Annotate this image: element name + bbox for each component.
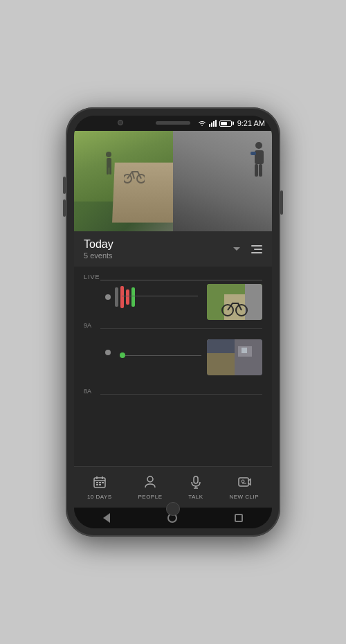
svg-point-6 [255, 142, 262, 149]
motion-bars [115, 286, 135, 308]
camera-bg [74, 131, 272, 231]
today-header: Today 5 events [74, 231, 272, 267]
status-time: 9:21 AM [237, 119, 265, 127]
svg-rect-17 [207, 353, 238, 375]
event1-dot [105, 294, 111, 300]
phone-device: 9:21 AM [66, 107, 280, 537]
svg-rect-7 [255, 150, 264, 164]
mic-icon [189, 475, 203, 492]
nav-item-newclip[interactable]: NEW CLIP [229, 475, 259, 500]
today-title: Today [84, 238, 113, 251]
svg-rect-8 [251, 152, 256, 155]
clip-icon [237, 475, 251, 492]
person-silhouette-left [104, 151, 114, 175]
status-icons: 9:21 AM [198, 119, 265, 127]
event2-gray-dot [105, 350, 111, 355]
svg-rect-20 [242, 348, 247, 353]
8a-timeline-line [100, 394, 262, 395]
thumb1-svg [207, 284, 262, 320]
volume-buttons [63, 177, 66, 217]
event2-green-dot [120, 352, 125, 358]
signal-icon [209, 120, 217, 127]
phone-speaker [156, 121, 190, 125]
nav-item-talk[interactable]: TALK [188, 475, 203, 500]
svg-rect-28 [96, 484, 98, 485]
nav-item-people[interactable]: PEOPLE [138, 475, 162, 500]
svg-rect-18 [235, 339, 262, 375]
event2[interactable] [105, 350, 111, 355]
nav-label-talk: TALK [188, 494, 203, 500]
9a-timeline-line [100, 328, 262, 329]
svg-rect-34 [239, 478, 248, 486]
list-menu-icon[interactable] [251, 245, 262, 253]
svg-point-35 [242, 480, 244, 483]
svg-rect-10 [259, 164, 262, 177]
bar-red-1 [120, 286, 124, 308]
event2-connector-line [125, 355, 201, 356]
svg-rect-2 [107, 166, 109, 175]
svg-rect-27 [102, 482, 104, 483]
event1-connector-line [122, 296, 198, 296]
power-button [280, 190, 283, 215]
today-info: Today 5 events [84, 238, 113, 260]
event2-thumbnail-image [207, 339, 262, 375]
person-icon [143, 475, 157, 492]
nav-label-10days: 10 DAYS [87, 494, 112, 500]
live-label: LIVE [84, 274, 100, 280]
svg-rect-25 [96, 482, 98, 483]
svg-rect-31 [194, 476, 198, 483]
calendar-icon [93, 475, 107, 492]
svg-rect-3 [109, 166, 111, 175]
nav-label-people: PEOPLE [138, 494, 162, 500]
svg-rect-1 [107, 158, 111, 168]
svg-rect-29 [99, 484, 101, 485]
8a-label: 8A [84, 388, 91, 395]
bike-icon [124, 166, 145, 184]
event1[interactable] [105, 286, 135, 308]
nav-item-10days[interactable]: 10 DAYS [87, 475, 112, 500]
person-silhouette-right [251, 141, 268, 183]
bar-red-2 [126, 289, 129, 305]
android-recent-button[interactable] [235, 514, 243, 522]
event1-thumbnail-image [207, 284, 262, 320]
event2-thumbnail[interactable] [207, 339, 262, 375]
svg-point-0 [106, 152, 111, 157]
events-count: 5 events [84, 251, 113, 260]
fingerprint-reader[interactable] [166, 502, 180, 516]
nav-label-newclip: NEW CLIP [229, 494, 259, 500]
wifi-icon [198, 120, 206, 127]
battery-icon [219, 120, 232, 127]
chevron-down-icon[interactable] [233, 247, 240, 251]
thumb2-svg [207, 339, 262, 375]
svg-rect-9 [255, 164, 258, 177]
event1-thumbnail[interactable] [207, 284, 262, 320]
timeline-area: LIVE 9A 8A [74, 267, 272, 466]
phone-screen: 9:21 AM [74, 116, 272, 528]
front-camera [118, 120, 123, 125]
bar-green [131, 287, 135, 307]
bar-gray [115, 287, 118, 307]
bottom-nav: 10 DAYS PEOPLE [74, 466, 272, 508]
live-timeline-line [100, 280, 262, 280]
svg-rect-13 [245, 284, 262, 320]
9a-label: 9A [84, 322, 91, 329]
android-back-button[interactable] [103, 513, 110, 523]
svg-point-30 [147, 476, 153, 482]
today-controls [233, 245, 262, 253]
camera-view[interactable] [74, 131, 272, 231]
svg-rect-26 [99, 482, 101, 483]
